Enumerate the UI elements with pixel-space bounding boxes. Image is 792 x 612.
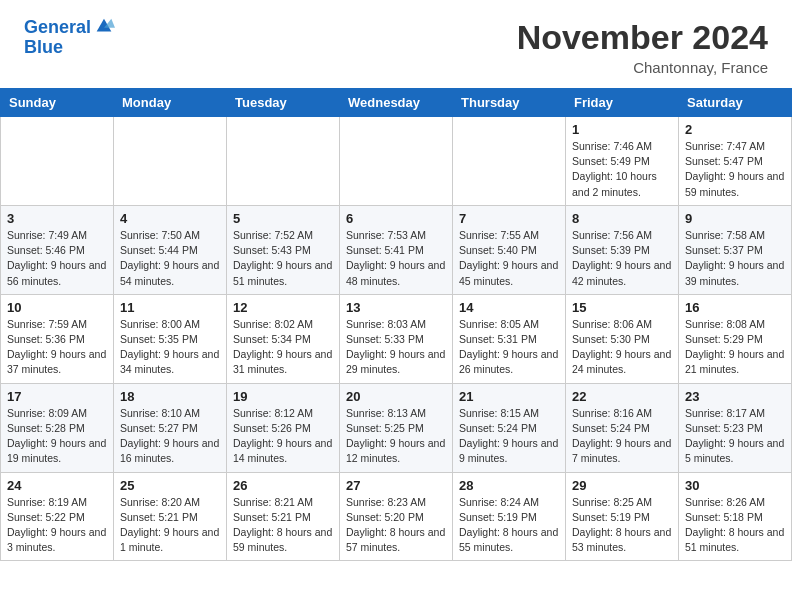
week-row-5: 24Sunrise: 8:19 AM Sunset: 5:22 PM Dayli… bbox=[1, 472, 792, 561]
day-number: 12 bbox=[233, 300, 333, 315]
day-info: Sunrise: 8:23 AM Sunset: 5:20 PM Dayligh… bbox=[346, 495, 446, 556]
day-cell: 18Sunrise: 8:10 AM Sunset: 5:27 PM Dayli… bbox=[114, 383, 227, 472]
day-info: Sunrise: 7:56 AM Sunset: 5:39 PM Dayligh… bbox=[572, 228, 672, 289]
day-cell: 16Sunrise: 8:08 AM Sunset: 5:29 PM Dayli… bbox=[679, 294, 792, 383]
day-cell: 20Sunrise: 8:13 AM Sunset: 5:25 PM Dayli… bbox=[340, 383, 453, 472]
title-block: November 2024 Chantonnay, France bbox=[517, 18, 768, 76]
day-info: Sunrise: 8:09 AM Sunset: 5:28 PM Dayligh… bbox=[7, 406, 107, 467]
day-info: Sunrise: 7:50 AM Sunset: 5:44 PM Dayligh… bbox=[120, 228, 220, 289]
day-info: Sunrise: 8:16 AM Sunset: 5:24 PM Dayligh… bbox=[572, 406, 672, 467]
calendar-header-row: Sunday Monday Tuesday Wednesday Thursday… bbox=[1, 89, 792, 117]
day-cell: 14Sunrise: 8:05 AM Sunset: 5:31 PM Dayli… bbox=[453, 294, 566, 383]
day-cell bbox=[453, 117, 566, 206]
day-cell: 2Sunrise: 7:47 AM Sunset: 5:47 PM Daylig… bbox=[679, 117, 792, 206]
day-cell bbox=[1, 117, 114, 206]
day-cell: 17Sunrise: 8:09 AM Sunset: 5:28 PM Dayli… bbox=[1, 383, 114, 472]
day-number: 4 bbox=[120, 211, 220, 226]
day-cell: 29Sunrise: 8:25 AM Sunset: 5:19 PM Dayli… bbox=[566, 472, 679, 561]
day-number: 6 bbox=[346, 211, 446, 226]
day-cell: 23Sunrise: 8:17 AM Sunset: 5:23 PM Dayli… bbox=[679, 383, 792, 472]
day-number: 14 bbox=[459, 300, 559, 315]
calendar-table: Sunday Monday Tuesday Wednesday Thursday… bbox=[0, 88, 792, 561]
day-info: Sunrise: 8:15 AM Sunset: 5:24 PM Dayligh… bbox=[459, 406, 559, 467]
day-info: Sunrise: 8:25 AM Sunset: 5:19 PM Dayligh… bbox=[572, 495, 672, 556]
day-cell: 28Sunrise: 8:24 AM Sunset: 5:19 PM Dayli… bbox=[453, 472, 566, 561]
day-cell: 12Sunrise: 8:02 AM Sunset: 5:34 PM Dayli… bbox=[227, 294, 340, 383]
col-friday: Friday bbox=[566, 89, 679, 117]
day-number: 26 bbox=[233, 478, 333, 493]
day-cell: 7Sunrise: 7:55 AM Sunset: 5:40 PM Daylig… bbox=[453, 205, 566, 294]
day-info: Sunrise: 8:12 AM Sunset: 5:26 PM Dayligh… bbox=[233, 406, 333, 467]
day-cell bbox=[114, 117, 227, 206]
col-monday: Monday bbox=[114, 89, 227, 117]
logo-text2: Blue bbox=[24, 38, 115, 58]
day-cell: 9Sunrise: 7:58 AM Sunset: 5:37 PM Daylig… bbox=[679, 205, 792, 294]
week-row-1: 1Sunrise: 7:46 AM Sunset: 5:49 PM Daylig… bbox=[1, 117, 792, 206]
day-info: Sunrise: 8:13 AM Sunset: 5:25 PM Dayligh… bbox=[346, 406, 446, 467]
day-number: 23 bbox=[685, 389, 785, 404]
day-info: Sunrise: 8:05 AM Sunset: 5:31 PM Dayligh… bbox=[459, 317, 559, 378]
day-cell: 25Sunrise: 8:20 AM Sunset: 5:21 PM Dayli… bbox=[114, 472, 227, 561]
day-cell: 21Sunrise: 8:15 AM Sunset: 5:24 PM Dayli… bbox=[453, 383, 566, 472]
day-info: Sunrise: 8:02 AM Sunset: 5:34 PM Dayligh… bbox=[233, 317, 333, 378]
day-info: Sunrise: 7:53 AM Sunset: 5:41 PM Dayligh… bbox=[346, 228, 446, 289]
day-cell bbox=[340, 117, 453, 206]
day-info: Sunrise: 7:46 AM Sunset: 5:49 PM Dayligh… bbox=[572, 139, 672, 200]
day-cell: 15Sunrise: 8:06 AM Sunset: 5:30 PM Dayli… bbox=[566, 294, 679, 383]
day-number: 17 bbox=[7, 389, 107, 404]
day-number: 27 bbox=[346, 478, 446, 493]
day-info: Sunrise: 8:17 AM Sunset: 5:23 PM Dayligh… bbox=[685, 406, 785, 467]
day-cell: 11Sunrise: 8:00 AM Sunset: 5:35 PM Dayli… bbox=[114, 294, 227, 383]
day-number: 15 bbox=[572, 300, 672, 315]
day-info: Sunrise: 8:19 AM Sunset: 5:22 PM Dayligh… bbox=[7, 495, 107, 556]
day-info: Sunrise: 8:03 AM Sunset: 5:33 PM Dayligh… bbox=[346, 317, 446, 378]
day-info: Sunrise: 7:58 AM Sunset: 5:37 PM Dayligh… bbox=[685, 228, 785, 289]
day-info: Sunrise: 8:00 AM Sunset: 5:35 PM Dayligh… bbox=[120, 317, 220, 378]
logo-icon bbox=[93, 15, 115, 37]
day-number: 3 bbox=[7, 211, 107, 226]
day-cell: 26Sunrise: 8:21 AM Sunset: 5:21 PM Dayli… bbox=[227, 472, 340, 561]
day-cell: 22Sunrise: 8:16 AM Sunset: 5:24 PM Dayli… bbox=[566, 383, 679, 472]
day-info: Sunrise: 8:08 AM Sunset: 5:29 PM Dayligh… bbox=[685, 317, 785, 378]
day-info: Sunrise: 8:21 AM Sunset: 5:21 PM Dayligh… bbox=[233, 495, 333, 556]
day-cell: 1Sunrise: 7:46 AM Sunset: 5:49 PM Daylig… bbox=[566, 117, 679, 206]
day-number: 2 bbox=[685, 122, 785, 137]
day-info: Sunrise: 8:24 AM Sunset: 5:19 PM Dayligh… bbox=[459, 495, 559, 556]
day-number: 5 bbox=[233, 211, 333, 226]
col-saturday: Saturday bbox=[679, 89, 792, 117]
day-number: 1 bbox=[572, 122, 672, 137]
logo: General Blue bbox=[24, 18, 115, 58]
week-row-4: 17Sunrise: 8:09 AM Sunset: 5:28 PM Dayli… bbox=[1, 383, 792, 472]
day-number: 28 bbox=[459, 478, 559, 493]
day-info: Sunrise: 7:59 AM Sunset: 5:36 PM Dayligh… bbox=[7, 317, 107, 378]
day-number: 25 bbox=[120, 478, 220, 493]
day-number: 30 bbox=[685, 478, 785, 493]
day-number: 9 bbox=[685, 211, 785, 226]
day-cell: 19Sunrise: 8:12 AM Sunset: 5:26 PM Dayli… bbox=[227, 383, 340, 472]
day-info: Sunrise: 7:52 AM Sunset: 5:43 PM Dayligh… bbox=[233, 228, 333, 289]
day-number: 22 bbox=[572, 389, 672, 404]
day-cell: 5Sunrise: 7:52 AM Sunset: 5:43 PM Daylig… bbox=[227, 205, 340, 294]
col-wednesday: Wednesday bbox=[340, 89, 453, 117]
day-number: 16 bbox=[685, 300, 785, 315]
day-cell: 3Sunrise: 7:49 AM Sunset: 5:46 PM Daylig… bbox=[1, 205, 114, 294]
location: Chantonnay, France bbox=[517, 59, 768, 76]
day-number: 24 bbox=[7, 478, 107, 493]
day-cell: 6Sunrise: 7:53 AM Sunset: 5:41 PM Daylig… bbox=[340, 205, 453, 294]
day-info: Sunrise: 7:47 AM Sunset: 5:47 PM Dayligh… bbox=[685, 139, 785, 200]
day-cell: 4Sunrise: 7:50 AM Sunset: 5:44 PM Daylig… bbox=[114, 205, 227, 294]
day-number: 7 bbox=[459, 211, 559, 226]
day-number: 29 bbox=[572, 478, 672, 493]
day-cell: 30Sunrise: 8:26 AM Sunset: 5:18 PM Dayli… bbox=[679, 472, 792, 561]
day-cell: 27Sunrise: 8:23 AM Sunset: 5:20 PM Dayli… bbox=[340, 472, 453, 561]
day-number: 19 bbox=[233, 389, 333, 404]
day-info: Sunrise: 8:10 AM Sunset: 5:27 PM Dayligh… bbox=[120, 406, 220, 467]
day-info: Sunrise: 8:06 AM Sunset: 5:30 PM Dayligh… bbox=[572, 317, 672, 378]
day-info: Sunrise: 7:49 AM Sunset: 5:46 PM Dayligh… bbox=[7, 228, 107, 289]
logo-text: General bbox=[24, 18, 91, 38]
day-number: 8 bbox=[572, 211, 672, 226]
day-cell: 24Sunrise: 8:19 AM Sunset: 5:22 PM Dayli… bbox=[1, 472, 114, 561]
day-number: 13 bbox=[346, 300, 446, 315]
col-sunday: Sunday bbox=[1, 89, 114, 117]
week-row-3: 10Sunrise: 7:59 AM Sunset: 5:36 PM Dayli… bbox=[1, 294, 792, 383]
